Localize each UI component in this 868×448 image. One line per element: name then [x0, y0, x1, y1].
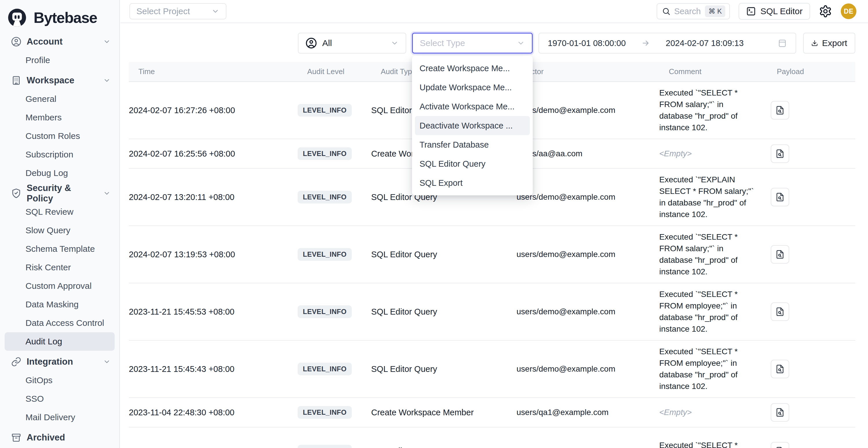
sidebar-item-label: General — [26, 94, 57, 104]
sidebar-item-label: Archived — [27, 433, 65, 443]
dropdown-option-activate-workspace-member[interactable]: Activate Workspace Me... — [412, 97, 533, 116]
column-header-time: Time — [138, 67, 307, 76]
actor-filter-value: All — [322, 38, 385, 48]
sql-editor-button[interactable]: SQL Editor — [739, 3, 810, 20]
sidebar-item-sql-review[interactable]: SQL Review — [0, 202, 119, 221]
payload-view-button[interactable] — [771, 403, 789, 422]
shield-check-icon — [11, 188, 22, 198]
sidebar-item-label: Schema Template — [26, 244, 95, 254]
cell-actor: users/demo@example.com — [517, 364, 659, 374]
cell-comment: Executed `"SELECT * FROM employee;"` in … — [659, 289, 755, 335]
dropdown-option-update-workspace-member[interactable]: Update Workspace Me... — [412, 78, 533, 97]
sidebar-item-label: Mail Delivery — [26, 412, 75, 422]
cell-comment: Executed `"SELECT * FROM employee;"` in … — [659, 346, 755, 392]
sidebar-item-audit-log[interactable]: Audit Log — [5, 332, 115, 351]
sidebar-item-label: Security & Policy — [27, 183, 98, 204]
audit-level-badge: LEVEL_INFO — [298, 191, 352, 203]
cell-comment: Executed `"SELECT * FROM salary;"` in da… — [659, 231, 755, 278]
payload-view-button[interactable] — [771, 101, 789, 120]
sidebar-item-label: Data Access Control — [26, 318, 104, 328]
sidebar-item-mail-delivery[interactable]: Mail Delivery — [0, 408, 119, 426]
sidebar-item-risk-center[interactable]: Risk Center — [0, 258, 119, 277]
cell-audit-type: Create Workspace Member — [371, 408, 517, 417]
cell-comment: Executed `"SELECT * FROM department;"` i… — [659, 440, 755, 448]
payload-view-button[interactable] — [771, 188, 789, 206]
dropdown-option-create-workspace-member[interactable]: Create Workspace Me... — [412, 59, 533, 78]
building-icon — [11, 75, 22, 86]
dropdown-option-sql-editor-query[interactable]: SQL Editor Query — [412, 154, 533, 173]
sidebar-item-label: Profile — [26, 55, 50, 65]
brand-name: Bytebase — [34, 9, 97, 26]
dropdown-option-transfer-database[interactable]: Transfer Database — [412, 135, 533, 154]
cell-actor: users/demo@example.com — [517, 447, 659, 448]
sql-editor-label: SQL Editor — [760, 6, 803, 16]
sidebar-item-slow-query[interactable]: Slow Query — [0, 221, 119, 239]
sidebar-item-workspace[interactable]: Workspace — [0, 71, 119, 90]
sidebar-item-debug-log[interactable]: Debug Log — [0, 164, 119, 182]
sidebar-item-members[interactable]: Members — [0, 108, 119, 127]
cell-actor: users/demo@example.com — [517, 307, 659, 316]
audit-level-badge: LEVEL_INFO — [298, 363, 352, 375]
sidebar-item-integration[interactable]: Integration — [0, 352, 119, 371]
cell-time: 2024-02-07 16:27:26 +08:00 — [129, 106, 298, 115]
actor-filter-select[interactable]: All — [298, 33, 406, 54]
export-button[interactable]: Export — [803, 33, 855, 54]
sidebar-item-profile[interactable]: Profile — [0, 51, 119, 69]
sidebar-item-label: Custom Approval — [26, 281, 92, 291]
sidebar-nav: Account Profile Workspace General Member… — [0, 31, 119, 447]
cell-actor: users/demo@example.com — [517, 192, 659, 202]
audit-level-badge: LEVEL_INFO — [298, 147, 352, 160]
payload-view-button[interactable] — [771, 302, 789, 321]
sidebar-item-label: Risk Center — [26, 262, 71, 272]
sidebar-item-data-access-control[interactable]: Data Access Control — [0, 314, 119, 332]
type-filter-dropdown: Create Workspace Me... Update Workspace … — [412, 56, 533, 195]
dropdown-option-deactivate-workspace-member[interactable]: Deactivate Workspace ... — [415, 116, 530, 135]
table-row: 2023-11-04 01:06:24 +08:00 LEVEL_INFO SQ… — [129, 427, 855, 448]
search-icon — [662, 7, 671, 15]
audit-level-badge: LEVEL_INFO — [298, 248, 352, 261]
cell-time: 2023-11-21 15:45:43 +08:00 — [129, 364, 298, 374]
sidebar-item-label: SSO — [26, 394, 44, 404]
column-header-comment: Comment — [669, 67, 777, 76]
file-search-icon — [775, 447, 785, 448]
sidebar-item-subscription[interactable]: Subscription — [0, 145, 119, 164]
brand-logo[interactable]: Bytebase — [0, 0, 119, 31]
chevron-down-icon — [103, 358, 111, 365]
sidebar-item-archived[interactable]: Archived — [0, 428, 119, 447]
column-header-payload: Payload — [777, 67, 855, 76]
sidebar-item-schema-template[interactable]: Schema Template — [0, 239, 119, 258]
payload-view-button[interactable] — [771, 360, 789, 378]
date-to-value: 2024-02-07 18:09:13 — [665, 38, 744, 48]
type-filter-select[interactable]: Select Type — [412, 33, 533, 54]
sidebar-item-data-masking[interactable]: Data Masking — [0, 295, 119, 314]
file-search-icon — [775, 408, 785, 417]
search-input[interactable]: Search ⌘ K — [657, 3, 730, 20]
sidebar-item-custom-approval[interactable]: Custom Approval — [0, 277, 119, 295]
cell-audit-type: SQL Editor Query — [371, 364, 517, 374]
avatar[interactable]: DE — [841, 3, 857, 19]
dropdown-option-sql-export[interactable]: SQL Export — [412, 173, 533, 192]
cell-audit-type: SQL Editor Query — [371, 250, 517, 259]
payload-view-button[interactable] — [771, 145, 789, 163]
sidebar-item-security-policy[interactable]: Security & Policy — [0, 184, 119, 202]
sidebar-item-sso[interactable]: SSO — [0, 389, 119, 408]
chevron-down-icon — [211, 7, 219, 15]
sidebar-item-gitops[interactable]: GitOps — [0, 371, 119, 389]
cell-time: 2024-02-07 13:20:11 +08:00 — [129, 192, 298, 202]
sidebar-item-label: Audit Log — [26, 337, 62, 346]
sidebar-item-account[interactable]: Account — [0, 32, 119, 51]
payload-view-button[interactable] — [771, 442, 789, 448]
file-search-icon — [775, 192, 785, 202]
payload-view-button[interactable] — [771, 245, 789, 264]
sidebar-item-label: Account — [27, 36, 63, 47]
sidebar-item-label: GitOps — [26, 375, 53, 385]
date-range-picker[interactable]: 1970-01-01 08:00:00 2024-02-07 18:09:13 — [538, 33, 796, 54]
sidebar-item-general[interactable]: General — [0, 90, 119, 108]
user-circle-icon — [11, 36, 22, 47]
sidebar-item-custom-roles[interactable]: Custom Roles — [0, 127, 119, 145]
project-select[interactable]: Select Project — [129, 3, 226, 20]
cell-time: 2023-11-04 22:48:30 +08:00 — [129, 408, 298, 417]
file-search-icon — [775, 250, 785, 259]
file-search-icon — [775, 307, 785, 316]
gear-icon[interactable] — [819, 5, 832, 18]
